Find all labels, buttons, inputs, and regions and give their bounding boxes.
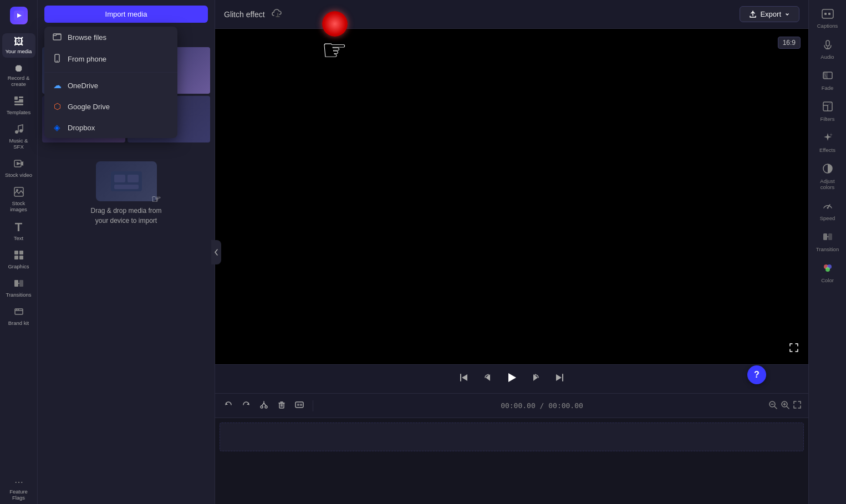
google-drive-option[interactable]: ⬡ Google Drive [44,96,177,117]
sidebar-item-music-sfx[interactable]: Music & SFX [2,121,35,153]
audio-icon [822,39,833,52]
transitions-icon [14,278,24,290]
svg-rect-36 [822,9,833,18]
google-drive-label: Google Drive [68,103,110,111]
sidebar-item-brand-kit[interactable]: Brand kit [2,303,35,329]
right-label-adjust-colors: Adjust colors [813,178,842,190]
sidebar-item-record-create[interactable]: ⏺ Record & create [2,60,35,90]
sidebar-item-stock-images[interactable]: Stock images [2,184,35,216]
sidebar-item-stock-video[interactable]: Stock video [2,155,35,181]
sidebar-item-templates[interactable]: Templates [2,93,35,119]
svg-point-21 [18,309,19,310]
right-item-fade[interactable]: Fade [811,65,844,95]
panel-collapse-handle[interactable] [211,240,221,264]
cut-button[interactable] [257,398,271,414]
zoom-in-button[interactable] [781,400,789,411]
svg-point-8 [19,129,23,133]
from-phone-option[interactable]: From phone [44,48,177,70]
delete-button[interactable] [275,398,288,414]
right-item-adjust-colors[interactable]: Adjust colors [811,159,844,195]
help-button[interactable]: ? [747,365,766,384]
right-label-fade: Fade [822,85,834,91]
forward-button[interactable] [529,370,543,388]
svg-rect-37 [826,40,829,46]
redo-button[interactable] [239,398,253,414]
svg-rect-6 [14,104,23,105]
dropbox-icon: ◈ [52,123,62,133]
right-label-effects: Effects [819,147,835,153]
logo-shape [10,7,28,24]
graphics-icon [14,250,24,262]
dropdown-divider-1 [44,72,177,73]
text-icon: T [15,221,22,233]
skip-button[interactable] [552,370,567,388]
right-item-captions[interactable]: Captions [811,4,844,33]
svg-marker-29 [508,373,516,382]
effect-label: Glitch effect [224,10,265,19]
svg-rect-14 [19,251,23,254]
cursor-hand-icon: ☞ [151,192,161,206]
adjust-colors-icon [822,163,833,176]
top-bar: Glitch effect Export [215,0,808,29]
sidebar-item-graphics[interactable]: Graphics [2,247,35,273]
fit-button[interactable] [793,400,802,411]
captions-icon [822,9,834,21]
undo-button[interactable] [222,398,235,414]
right-item-color[interactable]: Color [811,258,844,288]
right-item-audio[interactable]: Audio [811,34,844,64]
sidebar-item-label-stock-video: Stock video [5,172,32,178]
sidebar-item-label-text: Text [14,235,23,241]
sidebar-item-transitions[interactable]: Transitions [2,275,35,301]
onedrive-option[interactable]: ☁ OneDrive [44,75,177,96]
svg-rect-32 [279,403,284,408]
right-item-effects[interactable]: Effects [811,128,844,157]
svg-rect-27 [128,175,139,182]
browse-files-option[interactable]: Browse files [44,27,177,48]
sidebar-item-your-media[interactable]: 🖼 Your media [2,33,35,58]
fullscreen-button[interactable] [787,341,801,357]
right-item-speed[interactable]: Speed [811,196,844,226]
svg-rect-2 [14,96,18,100]
svg-marker-10 [17,162,21,165]
fade-icon [822,70,833,83]
svg-point-42 [827,207,828,209]
right-label-audio: Audio [820,54,834,60]
back-button[interactable] [480,370,495,388]
dropbox-option[interactable]: ◈ Dropbox [44,117,177,138]
sidebar-item-text[interactable]: T Text [2,218,35,245]
timeline-separator: / [540,401,549,410]
svg-rect-18 [19,280,23,287]
cloud-save-icon[interactable] [272,8,284,21]
right-item-filters[interactable]: Filters [811,96,844,126]
sidebar-item-label-stock-images: Stock images [4,200,33,212]
music-sfx-icon [14,124,24,136]
app-logo [2,4,35,27]
media-panel: Import media Browse files [38,0,215,504]
filters-icon [822,101,833,114]
brand-kit-icon [14,307,24,318]
svg-rect-5 [14,101,23,103]
play-button[interactable] [503,369,520,389]
timeline-track [215,418,808,504]
right-item-transition[interactable]: Transition [811,227,844,257]
rewind-button[interactable] [457,370,471,388]
playback-controls [215,364,808,393]
from-phone-label: From phone [68,55,106,63]
sidebar-item-label-graphics: Graphics [8,263,29,269]
captions-timeline-button[interactable] [293,398,306,414]
zoom-out-button[interactable] [768,400,777,411]
svg-rect-26 [114,175,125,182]
main-area: Glitch effect Export 16:9 [215,0,808,504]
svg-rect-39 [823,72,828,79]
svg-rect-15 [14,256,18,259]
right-label-speed: Speed [820,215,835,221]
drag-drop-area[interactable]: ☞ Drag & drop media from your device to … [42,150,210,237]
export-button[interactable]: Export [740,6,799,22]
sidebar-item-feature-flags[interactable]: ⋯ Feature Flags [2,475,35,504]
drag-drop-thumb: ☞ [96,161,157,201]
stock-images-icon [14,187,24,198]
aspect-ratio-badge: 16:9 [778,37,801,49]
google-drive-icon: ⬡ [52,101,62,111]
right-sidebar: Captions Audio Fade [808,0,846,504]
import-media-button[interactable]: Import media [44,6,208,23]
